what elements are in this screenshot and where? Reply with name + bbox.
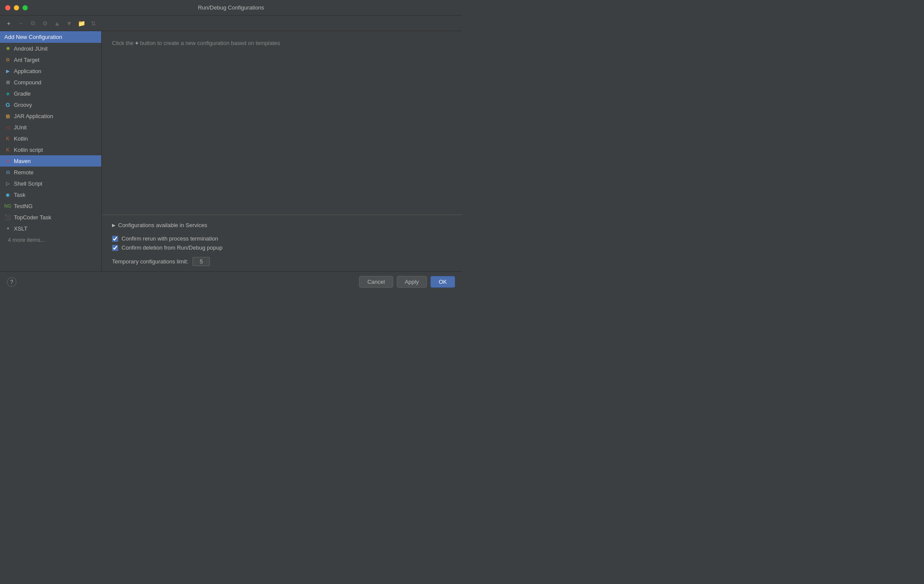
topcoder-task-icon: ⬛ <box>4 214 11 221</box>
settings-button[interactable]: ⚙ <box>40 18 50 29</box>
minimize-button[interactable] <box>14 5 19 10</box>
xslt-label: XSLT <box>14 225 28 232</box>
folder-button[interactable]: 📁 <box>76 18 87 29</box>
compound-label: Compound <box>14 79 42 86</box>
groovy-icon: G <box>4 101 11 108</box>
right-panel: Click the + button to create a new confi… <box>102 31 462 271</box>
copy-config-button[interactable]: ⧉ <box>28 18 38 29</box>
move-up-button[interactable]: ▲ <box>52 18 62 29</box>
kotlin-script-icon: K <box>4 146 11 153</box>
confirm-deletion-checkbox[interactable] <box>112 245 118 251</box>
config-item-gradle[interactable]: ◈Gradle <box>0 88 101 99</box>
help-button[interactable]: ? <box>7 277 16 287</box>
window-title: Run/Debug Configurations <box>198 4 264 11</box>
config-item-shell-script[interactable]: ▷Shell Script <box>0 178 101 189</box>
toolbar: + − ⧉ ⚙ ▲ ▼ 📁 ⇅ <box>0 16 462 31</box>
config-item-maven[interactable]: mMaven <box>0 155 101 167</box>
remove-icon: − <box>19 20 22 27</box>
sort-button[interactable]: ⇅ <box>88 18 99 29</box>
application-label: Application <box>14 68 42 74</box>
sort-icon: ⇅ <box>91 20 96 27</box>
android-junit-label: Android JUnit <box>14 45 48 52</box>
topcoder-task-label: TopCoder Task <box>14 214 51 221</box>
shell-script-icon: ▷ <box>4 180 11 187</box>
config-item-groovy[interactable]: GGroovy <box>0 99 101 110</box>
compound-icon: ⊞ <box>4 79 11 86</box>
config-item-remote[interactable]: ⊟Remote <box>0 167 101 178</box>
config-item-android-junit[interactable]: ❋Android JUnit <box>0 43 101 54</box>
temp-config-input[interactable] <box>192 257 210 266</box>
jar-application-label: JAR Application <box>14 113 53 119</box>
config-item-topcoder-task[interactable]: ⬛TopCoder Task <box>0 212 101 223</box>
title-bar: Run/Debug Configurations <box>0 0 462 16</box>
config-item-testng[interactable]: NGTestNG <box>0 200 101 212</box>
confirm-rerun-checkbox[interactable] <box>112 236 118 242</box>
run-debug-configurations-window: Run/Debug Configurations + − ⧉ ⚙ ▲ ▼ 📁 ⇅ <box>0 0 462 292</box>
move-down-button[interactable]: ▼ <box>64 18 74 29</box>
xslt-icon: ✦ <box>4 225 11 232</box>
config-item-more-items[interactable]: 4 more items... <box>0 234 101 245</box>
close-button[interactable] <box>5 5 10 10</box>
remote-icon: ⊟ <box>4 169 11 176</box>
hint-plus: + <box>135 40 138 46</box>
hint-text: Click the + button to create a new confi… <box>112 40 452 46</box>
confirm-rerun-row[interactable]: Confirm rerun with process termination <box>112 235 452 242</box>
ok-button[interactable]: OK <box>430 276 455 288</box>
config-item-ant-target[interactable]: ⚙Ant Target <box>0 54 101 65</box>
right-content: Click the + button to create a new confi… <box>102 31 462 215</box>
remove-config-button[interactable]: − <box>16 18 26 29</box>
testng-label: TestNG <box>14 203 32 209</box>
maven-label: Maven <box>14 158 31 164</box>
configurations-available-section[interactable]: ▶ Configurations available in Services <box>112 220 452 230</box>
dialog-footer: ? Cancel Apply OK <box>0 271 462 292</box>
config-item-junit[interactable]: ◁JUnit <box>0 122 101 133</box>
copy-icon: ⧉ <box>31 19 35 27</box>
arrow-down-icon: ▼ <box>66 20 72 27</box>
question-mark-icon: ? <box>10 279 13 285</box>
confirm-rerun-label: Confirm rerun with process termination <box>122 235 218 242</box>
config-item-application[interactable]: ▶Application <box>0 65 101 77</box>
temp-config-label: Temporary configurations limit: <box>112 258 188 265</box>
confirm-deletion-row[interactable]: Confirm deletion from Run/Debug popup <box>112 244 452 251</box>
gradle-label: Gradle <box>14 90 31 97</box>
add-icon: + <box>7 20 10 27</box>
task-icon: ◉ <box>4 191 11 198</box>
configurations-available-label: Configurations available in Services <box>118 222 207 228</box>
testng-icon: NG <box>4 202 11 209</box>
kotlin-label: Kotlin <box>14 135 28 142</box>
checkboxes-group: Confirm rerun with process termination C… <box>112 235 452 251</box>
maximize-button[interactable] <box>22 5 28 10</box>
junit-icon: ◁ <box>4 124 11 131</box>
config-item-compound[interactable]: ⊞Compound <box>0 77 101 88</box>
config-list: ❋Android JUnit⚙Ant Target▶Application⊞Co… <box>0 43 101 271</box>
config-item-kotlin[interactable]: KKotlin <box>0 133 101 144</box>
window-controls <box>5 5 28 10</box>
android-junit-icon: ❋ <box>4 45 11 52</box>
left-panel: Add New Configuration ❋Android JUnit⚙Ant… <box>0 31 102 271</box>
ant-target-icon: ⚙ <box>4 56 11 63</box>
config-item-kotlin-script[interactable]: KKotlin script <box>0 144 101 155</box>
expand-arrow-icon: ▶ <box>112 223 116 228</box>
add-config-button[interactable]: + <box>3 18 14 29</box>
shell-script-label: Shell Script <box>14 180 42 187</box>
junit-label: JUnit <box>14 124 27 131</box>
footer-left: ? <box>7 277 16 287</box>
config-item-xslt[interactable]: ✦XSLT <box>0 223 101 234</box>
task-label: Task <box>14 192 26 198</box>
config-item-jar-application[interactable]: ▦JAR Application <box>0 110 101 122</box>
temp-config-row: Temporary configurations limit: <box>112 257 452 266</box>
application-icon: ▶ <box>4 67 11 74</box>
add-new-configuration-header[interactable]: Add New Configuration <box>0 31 101 43</box>
groovy-label: Groovy <box>14 102 32 108</box>
cancel-button[interactable]: Cancel <box>359 276 393 288</box>
apply-button[interactable]: Apply <box>397 276 427 288</box>
main-content: Add New Configuration ❋Android JUnit⚙Ant… <box>0 31 462 271</box>
settings-icon: ⚙ <box>42 20 48 27</box>
hint-suffix: button to create a new configuration bas… <box>140 40 280 46</box>
folder-icon: 📁 <box>78 20 85 27</box>
config-item-task[interactable]: ◉Task <box>0 189 101 200</box>
arrow-up-icon: ▲ <box>54 20 60 27</box>
jar-application-icon: ▦ <box>4 112 11 119</box>
bottom-section: ▶ Configurations available in Services C… <box>102 215 462 271</box>
more-items-label: 4 more items... <box>8 237 45 243</box>
